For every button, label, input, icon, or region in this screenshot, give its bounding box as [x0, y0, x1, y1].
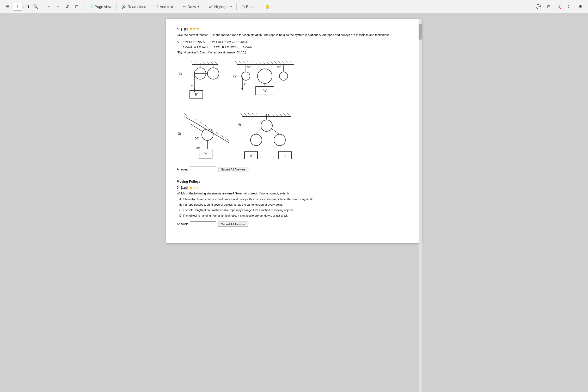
diagram-4: T [237, 111, 297, 163]
svg-text:2): 2) [233, 74, 236, 78]
q5-answer-input[interactable] [190, 167, 216, 172]
q6-question-text: Which of the following statements are tr… [177, 192, 411, 195]
svg-text:30°: 30° [247, 66, 252, 69]
svg-line-56 [200, 122, 203, 125]
svg-line-35 [290, 61, 293, 64]
svg-line-76 [256, 113, 259, 117]
q5-question-text: Give the correct tension, T, in the mark… [177, 33, 411, 37]
expand-button[interactable]: ⛶ [566, 3, 575, 11]
reset-zoom-button[interactable]: ↺ [63, 3, 71, 11]
q6-answer-input[interactable] [190, 221, 216, 227]
toolbar-right: 💬 ⊞ 🃏 ⛶ ⚙ [533, 3, 585, 11]
q6-statements: A. If two objects are connected with rop… [179, 197, 411, 218]
svg-line-25 [251, 61, 254, 64]
svg-line-84 [287, 113, 290, 117]
comment-button[interactable]: 💬 [533, 3, 543, 11]
reset-icon: ↺ [65, 4, 69, 9]
divider-3 [116, 3, 117, 10]
divider-8 [260, 3, 260, 10]
diagram-3: T 30° 60° W 3) [177, 111, 234, 163]
svg-text:30°: 30° [277, 66, 281, 69]
divider-6 [204, 3, 204, 10]
svg-line-34 [286, 61, 289, 64]
svg-line-30 [271, 61, 273, 64]
draw-icon: ✏ [183, 4, 186, 9]
svg-line-53 [185, 113, 187, 117]
page-number-input[interactable] [13, 3, 22, 11]
q5-submit-button[interactable]: Submit All Answers [218, 167, 248, 172]
search-button[interactable]: 🔍 [30, 3, 41, 11]
erase-icon: ◻ [241, 4, 245, 9]
draw-label: Draw [187, 5, 196, 9]
svg-line-2 [195, 61, 198, 64]
flashcard-button[interactable]: 🃏 [554, 3, 565, 11]
fit-button[interactable]: ⊡ [72, 3, 81, 11]
divider-5 [178, 3, 178, 10]
divider-4 [151, 3, 151, 10]
q6-number: 6. [177, 186, 180, 189]
draw-chevron-icon: ▾ [198, 5, 199, 8]
svg-line-83 [284, 113, 286, 117]
highlight-label: Highlight [214, 5, 228, 9]
svg-line-1 [191, 61, 194, 64]
q5-header: 5. [1pt] ★★★ [177, 27, 411, 31]
page-view-label: Page view [95, 5, 112, 9]
svg-line-73 [244, 113, 247, 117]
add-text-button[interactable]: T Add text [153, 3, 176, 11]
section-divider [177, 176, 411, 176]
svg-text:1): 1) [179, 72, 182, 76]
add-text-icon: T [156, 4, 158, 9]
add-text-label: Add text [160, 5, 173, 9]
read-aloud-button[interactable]: 🔊 Read aloud [119, 3, 149, 11]
scrollbar[interactable] [419, 19, 422, 392]
svg-text:T: T [244, 82, 246, 86]
q5-answer-label: Answer: [177, 168, 188, 171]
svg-text:T: T [191, 84, 193, 88]
svg-line-81 [276, 113, 278, 117]
hand-button[interactable]: ✋ [262, 3, 273, 11]
erase-button[interactable]: ◻ Erase [239, 3, 258, 11]
svg-text:T: T [267, 113, 270, 117]
draw-button[interactable]: ✏ Draw ▾ [180, 3, 202, 11]
svg-line-74 [248, 113, 251, 117]
q6-submit-button[interactable]: Submit All Answers [218, 222, 248, 227]
svg-line-7 [215, 61, 217, 64]
q5-answer-row: Answer: Submit All Answers [177, 167, 411, 172]
svg-line-57 [205, 125, 208, 128]
divider-9 [275, 3, 275, 10]
page-view-button[interactable]: 📄 Page view [85, 3, 114, 11]
settings-button[interactable]: ⚙ [576, 3, 585, 11]
q6-stars: ★☆☆ [189, 186, 199, 190]
svg-text:3): 3) [178, 132, 181, 136]
svg-text:30°: 30° [195, 137, 199, 140]
svg-text:W: W [204, 152, 207, 156]
svg-line-55 [195, 119, 198, 122]
q5-number: 5. [177, 27, 180, 31]
svg-point-91 [274, 134, 285, 146]
q5-choices-line1: A) T = W B) T = W/2 C) T = W/3 D) T = 2W… [177, 39, 411, 50]
svg-line-78 [264, 113, 267, 117]
svg-line-28 [263, 61, 265, 64]
search-icon: 🔍 [33, 4, 38, 9]
svg-line-23 [243, 61, 246, 64]
zoom-in-button[interactable]: + [54, 3, 62, 11]
hand-icon: ✋ [265, 4, 270, 9]
zoom-out-button[interactable]: − [45, 3, 53, 11]
svg-point-37 [258, 69, 272, 83]
svg-line-77 [260, 113, 263, 117]
erase-label: Erase [246, 5, 256, 9]
svg-line-33 [282, 61, 285, 64]
svg-text:4): 4) [238, 123, 241, 126]
insert-button[interactable]: ⊞ [544, 3, 553, 11]
hamburger-button[interactable]: ☰ [3, 3, 12, 11]
svg-line-72 [241, 113, 243, 117]
q6-header: 6. [1pt] ★☆☆ [177, 186, 411, 190]
divider-2 [83, 3, 83, 10]
svg-line-29 [267, 61, 269, 64]
svg-line-54 [190, 116, 192, 119]
highlight-button[interactable]: 🖊 Highlight ▾ [206, 3, 234, 11]
svg-text:W: W [250, 154, 253, 157]
scrollbar-thumb[interactable] [419, 24, 422, 40]
svg-line-31 [274, 61, 277, 64]
q5-pts: [1pt] [181, 27, 188, 31]
